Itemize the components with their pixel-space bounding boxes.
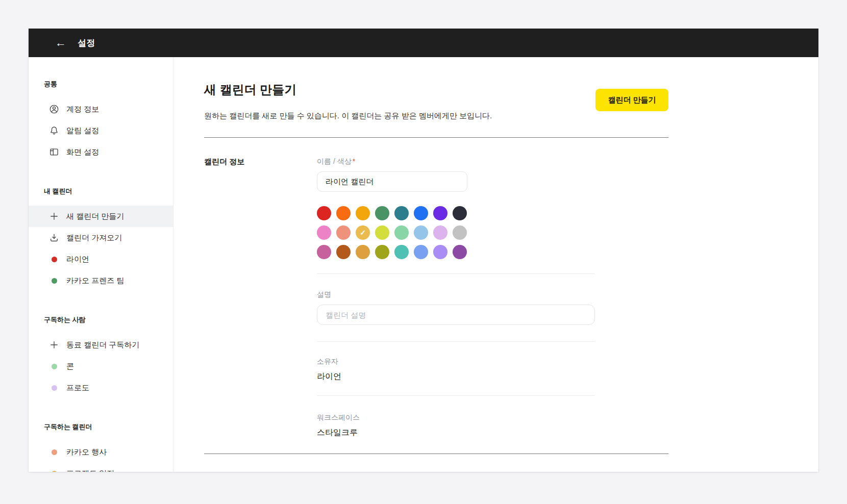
workspace-value: 스타일크루	[317, 427, 595, 438]
sidebar-item[interactable]: 카카오 프렌즈 팀	[29, 270, 173, 291]
sidebar-item-label: 알림 설정	[66, 126, 99, 136]
sidebar-section: 구독하는 사람동료 캘린더 구독하기콘프로도	[29, 315, 173, 398]
sidebar-item-label: 계정 정보	[66, 105, 99, 114]
page-description: 원하는 캘린더를 새로 만들 수 있습니다. 이 캘린더는 공유 받은 멤버에게…	[204, 111, 492, 121]
owner-value: 라이언	[317, 371, 595, 382]
sidebar-item-label: 새 캘린더 만들기	[66, 212, 124, 221]
calendar-color-dot	[52, 257, 57, 262]
form-section-label: 캘린더 정보	[204, 156, 317, 438]
calendar-color-dot	[52, 278, 57, 284]
sidebar-item[interactable]: 계정 정보	[29, 98, 173, 120]
sidebar-item-label: 라이언	[66, 255, 89, 264]
sidebar-item-label: 캘린더 가져오기	[66, 233, 122, 243]
calendar-color-dot	[52, 385, 57, 391]
color-swatch[interactable]	[433, 245, 447, 259]
color-swatch[interactable]	[336, 206, 351, 220]
owner-label: 소유자	[317, 356, 595, 366]
sidebar-section-label: 구독하는 캘린더	[29, 422, 173, 432]
color-swatch[interactable]	[317, 245, 331, 259]
sidebar-item-label: 동료 캘린더 구독하기	[66, 340, 139, 350]
color-swatch-selected[interactable]: ✓	[356, 225, 370, 240]
color-swatch[interactable]	[414, 245, 428, 259]
color-swatch[interactable]	[356, 245, 370, 259]
description-label: 설명	[317, 289, 595, 299]
divider	[317, 341, 595, 342]
color-swatch[interactable]	[394, 206, 409, 220]
color-swatch[interactable]	[317, 206, 331, 220]
app-header: ← 설정	[29, 29, 818, 57]
download-icon	[49, 233, 59, 243]
calendar-name-input[interactable]	[317, 171, 467, 192]
plus-icon-wrap	[49, 340, 59, 350]
color-swatch[interactable]	[375, 225, 389, 240]
settings-sidebar: 공통계정 정보알림 설정화면 설정내 캘린더새 캘린더 만들기캘린더 가져오기라…	[29, 57, 173, 472]
sidebar-item[interactable]: 캘린더 가져오기	[29, 227, 173, 248]
sidebar-item[interactable]: 콘	[29, 356, 173, 377]
required-mark: *	[353, 157, 355, 165]
divider	[317, 395, 595, 396]
sidebar-item-label: 카카오 행사	[66, 447, 107, 457]
settings-window: ← 설정 공통계정 정보알림 설정화면 설정내 캘린더새 캘린더 만들기캘린더 …	[29, 29, 818, 472]
sidebar-item[interactable]: 프로도	[29, 377, 173, 398]
layout-icon-wrap	[49, 147, 59, 157]
color-swatch[interactable]	[453, 225, 467, 240]
color-swatch[interactable]	[356, 206, 370, 220]
sidebar-item[interactable]: 라이언	[29, 248, 173, 270]
calendar-description-input[interactable]	[317, 305, 595, 325]
check-icon: ✓	[360, 229, 366, 237]
sidebar-item-label: 콘	[66, 362, 74, 371]
color-swatch[interactable]	[336, 225, 351, 240]
color-swatch[interactable]	[414, 225, 428, 240]
calendar-color-dot	[49, 468, 59, 472]
calendar-info-form: 캘린더 정보 이름 / 색상* ✓ 설명 소유자 라이언	[204, 138, 668, 438]
plus-icon	[49, 340, 59, 350]
name-color-label: 이름 / 색상*	[317, 156, 595, 166]
color-swatch[interactable]	[394, 245, 409, 259]
sidebar-section: 공통계정 정보알림 설정화면 설정	[29, 79, 173, 163]
color-palette: ✓	[317, 206, 467, 259]
sidebar-item[interactable]: 동료 캘린더 구독하기	[29, 334, 173, 356]
sidebar-section-label: 공통	[29, 79, 173, 89]
color-swatch[interactable]	[375, 245, 389, 259]
bell-icon-wrap	[49, 125, 59, 136]
sidebar-section-label: 내 캘린더	[29, 186, 173, 196]
calendar-color-dot	[52, 364, 57, 369]
color-swatch[interactable]	[394, 225, 409, 240]
color-swatch[interactable]	[433, 206, 447, 220]
sidebar-section: 내 캘린더새 캘린더 만들기캘린더 가져오기라이언카카오 프렌즈 팀	[29, 186, 173, 291]
workspace-label: 워크스페이스	[317, 412, 595, 422]
color-swatch[interactable]	[453, 206, 467, 220]
sidebar-item-label: 화면 설정	[66, 147, 99, 157]
color-swatch[interactable]	[433, 225, 447, 240]
download-icon-wrap	[49, 233, 59, 243]
calendar-color-dot	[49, 275, 59, 286]
color-swatch[interactable]	[336, 245, 351, 259]
calendar-color-dot	[49, 383, 59, 393]
sidebar-item-label: 프로도	[66, 383, 89, 393]
sidebar-item[interactable]: 카카오 행사	[29, 441, 173, 463]
bell-icon	[49, 125, 59, 136]
color-swatch[interactable]	[375, 206, 389, 220]
calendar-color-dot	[52, 449, 57, 455]
sidebar-item[interactable]: 프로젝트 일정	[29, 463, 173, 472]
color-swatch[interactable]	[453, 245, 467, 259]
plus-icon-wrap	[49, 211, 59, 221]
color-swatch[interactable]	[414, 206, 428, 220]
divider-bottom	[204, 453, 668, 454]
palette-row	[317, 245, 467, 259]
sidebar-section-label: 구독하는 사람	[29, 315, 173, 325]
sidebar-item-label: 카카오 프렌즈 팀	[66, 276, 124, 286]
color-swatch[interactable]	[317, 225, 331, 240]
palette-row: ✓	[317, 225, 467, 240]
sidebar-item[interactable]: 알림 설정	[29, 120, 173, 141]
calendar-color-dot	[49, 361, 59, 371]
back-button[interactable]: ←	[52, 35, 69, 51]
create-calendar-button[interactable]: 캘린더 만들기	[595, 89, 668, 111]
page-header-title: 설정	[78, 37, 95, 49]
main-content: 새 캘린더 만들기 원하는 캘린더를 새로 만들 수 있습니다. 이 캘린더는 …	[173, 57, 818, 472]
main-head: 새 캘린더 만들기 원하는 캘린더를 새로 만들 수 있습니다. 이 캘린더는 …	[204, 82, 668, 121]
calendar-color-dot	[52, 471, 57, 472]
person-icon-wrap	[49, 104, 59, 114]
sidebar-item[interactable]: 화면 설정	[29, 141, 173, 163]
sidebar-item[interactable]: 새 캘린더 만들기	[29, 206, 173, 227]
